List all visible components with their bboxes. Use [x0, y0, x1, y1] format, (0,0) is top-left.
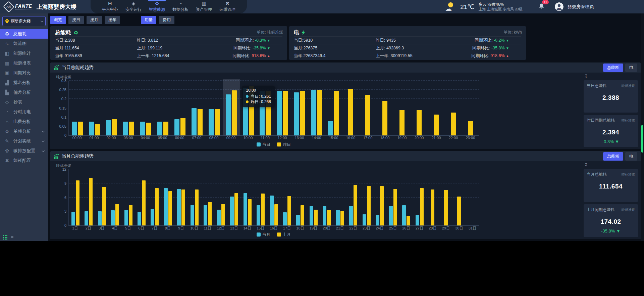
download-icon[interactable]: ↧: [584, 163, 638, 168]
building-title: 上海丽婴房大楼: [37, 3, 76, 11]
unit-consumption-icon: ⚙: [4, 129, 10, 134]
bar-昨日: [434, 115, 439, 135]
trend-down-icon: ▼: [506, 46, 509, 50]
chart-btn-total-energy[interactable]: 总能耗: [603, 152, 623, 161]
download-icon[interactable]: ↧: [584, 74, 638, 79]
nav-item-ops[interactable]: ✖运维管理: [217, 0, 238, 13]
x-tick-label: 23日: [360, 226, 373, 231]
nav-item-safety[interactable]: ◈安全运行: [123, 0, 144, 13]
nav-item-data[interactable]: ◔数据分析: [170, 0, 191, 13]
side-stat-box: 昨日同期总能耗吨标准煤2.394-0.3% ▼: [584, 115, 638, 147]
y-tick-label: 6: [64, 196, 66, 200]
bar-slot: [241, 169, 254, 225]
sidebar-item-ranking[interactable]: ▟排名分析: [0, 78, 48, 87]
x-tick-label: 10日: [187, 226, 201, 231]
sidebar-item-total-energy[interactable]: ♻总能耗: [0, 29, 48, 39]
tab-overview[interactable]: 概览: [50, 16, 66, 24]
y-tick-label: 0: [64, 133, 66, 137]
bar-上月: [367, 186, 371, 225]
bar-slot: [227, 169, 240, 225]
bar-昨日: [112, 119, 117, 135]
sidebar-item-tariff[interactable]: ⌂电费分析: [0, 117, 48, 126]
bar-slot: [154, 81, 171, 135]
sidebar-item-label: 总能耗: [13, 31, 26, 37]
chart-plot-zone[interactable]: 吨标准煤0.30.250.20.150.10.05010:00当日: 0.261…: [54, 74, 479, 148]
top-bar: 凡特 FANTE 上海丽婴房大楼 ⊞平台中心◈安全运行♻智慧能源◔数据分析▥资产…: [0, 0, 644, 13]
side-stat-value: 174.02: [587, 218, 635, 225]
tab-by-month[interactable]: 按月: [87, 16, 102, 24]
page-scrollbar: [641, 13, 644, 241]
grid-dots-icon[interactable]: [2, 235, 7, 240]
list-menu-icon[interactable]: ≡: [11, 235, 13, 240]
sidebar-item-label: 电费分析: [13, 119, 31, 125]
bar-上月: [248, 199, 252, 225]
bottom-black-band: [0, 241, 644, 296]
nav-item-platform[interactable]: ⊞平台中心: [99, 0, 121, 13]
chart-header: 当日总能耗趋势总能耗电: [50, 62, 641, 73]
legend-label: 上月: [283, 232, 291, 238]
sidebar-item-meter-reading[interactable]: ◇抄表: [0, 97, 48, 107]
side-stat-unit: 吨标准煤: [622, 172, 635, 177]
bar-上月: [287, 196, 291, 225]
nav-item-label: 智慧能源: [149, 7, 165, 12]
bar-slot: [466, 169, 479, 225]
username[interactable]: 丽婴房管理员: [568, 4, 594, 10]
sidebar-item-label: 碳排放配置: [13, 148, 35, 154]
tab-by-year[interactable]: 按年: [105, 16, 120, 24]
stat-row: 当月:111.654上月: 199.119同期环比: -35.8% ▼: [55, 44, 282, 52]
legend-item[interactable]: 当月: [257, 232, 270, 238]
plot-area[interactable]: 129630: [68, 169, 479, 226]
sidebar-item-energy-config[interactable]: ✖能耗配置: [0, 156, 48, 165]
tabs-row: 概览按日按月按年 用量费用: [50, 16, 641, 24]
scrollbar-thumb[interactable]: [641, 125, 643, 153]
sidebar-item-plan-actual[interactable]: ✎计划实绩: [0, 136, 48, 146]
sidebar-item-period-compare[interactable]: ▣同期对比: [0, 68, 48, 78]
chart-btn-electricity[interactable]: 电: [625, 152, 637, 161]
bar-slot: [122, 169, 135, 225]
plot-area[interactable]: 0.30.250.20.150.10.05010:00当日: 0.261昨日: …: [68, 81, 479, 136]
nav-item-energy[interactable]: ♻智慧能源: [146, 0, 168, 13]
x-tick-label: 20:00: [411, 136, 428, 141]
tab-cost[interactable]: 费用: [159, 16, 174, 24]
page-body: 丽婴房大楼 ♻总能耗∿能流图◧能源统计▦能源报表▣同期对比▟排名分析▙偏差分析◇…: [0, 13, 644, 241]
stat-card-electricity: 电单位: kWh当日:5910昨日: 9435同期环比: -0.2% ▼当月:2…: [289, 26, 526, 60]
stat-yoy-ratio: 同期环比: -0.2% ▼: [453, 38, 521, 43]
bar-slot: [69, 81, 86, 135]
legend-item[interactable]: 昨日: [277, 142, 291, 147]
stat-yoy-ratio: 同期环比: -35.8% ▼: [214, 45, 282, 51]
bar-上月: [261, 194, 265, 225]
sidebar-item-energy-stats[interactable]: ◧能源统计: [0, 48, 48, 58]
trend-down-icon: ▼: [267, 46, 270, 50]
sidebar-item-energy-flow[interactable]: ∿能流图: [0, 39, 48, 48]
sidebar-item-deviation[interactable]: ▙偏差分析: [0, 87, 48, 97]
chart-body: 吨标准煤1296301日2日3日4日5日6日7日8日9日10日11日12日13日…: [50, 161, 641, 239]
bar-slot: [393, 81, 411, 135]
stat-previous-value: 昨日: 3.812: [137, 38, 214, 43]
chart-filler: [479, 163, 584, 238]
user-avatar[interactable]: [555, 2, 564, 11]
sidebar-item-unit-consumption[interactable]: ⚙单耗分析: [0, 126, 48, 136]
bar-昨日: [334, 91, 339, 135]
bar-当月: [204, 205, 207, 225]
tab-usage[interactable]: 用量: [141, 16, 156, 24]
trend-chart-icon: [54, 154, 59, 159]
nav-item-asset[interactable]: ▥资产管理: [193, 0, 215, 13]
sidebar-item-energy-report[interactable]: ▦能源报表: [0, 58, 48, 68]
x-tick-label: 17日: [280, 226, 293, 231]
legend-item[interactable]: 当日: [257, 142, 270, 147]
sidebar-item-carbon-config[interactable]: ✿碳排放配置: [0, 146, 48, 156]
sidebar-item-tou-power[interactable]: ◔分时用电: [0, 107, 48, 117]
chart-plot-zone[interactable]: 吨标准煤1296301日2日3日4日5日6日7日8日9日10日11日12日13日…: [54, 163, 479, 238]
x-tick-label: 26日: [399, 226, 413, 231]
legend-label: 当日: [262, 142, 270, 147]
chart-btn-total-energy[interactable]: 总能耗: [603, 64, 623, 72]
trend-down-icon: ▼: [506, 39, 509, 42]
tab-by-day[interactable]: 按日: [68, 16, 84, 24]
legend-item[interactable]: 上月: [277, 232, 291, 238]
notifications-bell-icon[interactable]: 11: [538, 2, 546, 11]
chart-btn-electricity[interactable]: 电: [625, 64, 637, 72]
bar-当月: [151, 209, 154, 225]
nav-item-label: 平台中心: [102, 7, 118, 12]
bar-昨日: [382, 101, 387, 135]
building-select[interactable]: 丽婴房大楼: [2, 16, 46, 26]
